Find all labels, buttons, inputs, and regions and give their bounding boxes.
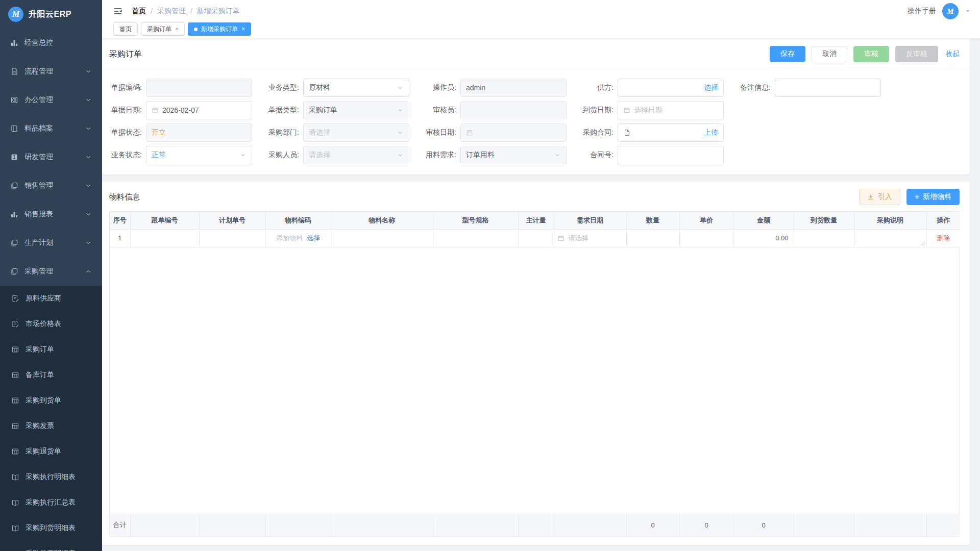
sidebar-item-production-plan[interactable]: 生产计划	[0, 229, 102, 257]
unit-cell	[518, 229, 554, 247]
demand-date-cell[interactable]: 请选择	[554, 229, 626, 247]
chart-bar-icon	[10, 210, 18, 218]
tab-label: 新增采购订单	[201, 25, 238, 34]
doc-date-input[interactable]: 2026-02-07	[146, 101, 252, 119]
sidebar-item-raw-supplier[interactable]: 原料供应商	[0, 286, 102, 311]
sidebar-item-invoice-detail-report[interactable]: 采购发票明细表	[0, 541, 102, 551]
purchase-dept-select: 请选择	[303, 123, 409, 142]
purchase-person-placeholder: 请选择	[309, 151, 393, 160]
summary-empty-cell	[130, 514, 199, 536]
price-cell[interactable]	[679, 229, 733, 247]
manual-link[interactable]: 操作手册	[908, 7, 936, 16]
purchase-person-select: 请选择	[303, 146, 409, 164]
sidebar-item-rnd-mgmt[interactable]: 研发管理	[0, 143, 102, 171]
remark-input[interactable]	[775, 79, 881, 97]
tab-purchase-order[interactable]: 采购订单 ×	[141, 22, 185, 36]
col-index: 序号	[110, 212, 130, 229]
sidebar-item-material-archive[interactable]: 料品档案	[0, 114, 102, 143]
sidebar-item-purchase-arrival[interactable]: 采购到货单	[0, 388, 102, 413]
biz-status-select[interactable]: 正常	[146, 146, 252, 164]
tab-close-icon[interactable]: ×	[175, 26, 179, 32]
import-button[interactable]: 引入	[859, 189, 900, 205]
sidebar-item-purchase-invoice[interactable]: 采购发票	[0, 413, 102, 439]
resize-handle-icon[interactable]	[920, 241, 925, 246]
contract-no-input[interactable]	[618, 146, 724, 164]
breadcrumb-current: 新增采购订单	[197, 7, 240, 16]
sidebar-item-purchase-mgmt[interactable]: 采购管理	[0, 257, 102, 286]
app-title: 升阳云ERP	[29, 9, 71, 20]
chevron-down-icon	[397, 84, 404, 91]
order-form-card: 采购订单 保存 取消 审核 反审核 收起 单据编码: 业务	[102, 39, 970, 174]
summary-empty-cell	[926, 514, 960, 536]
doc-code-label: 单据编码:	[109, 83, 146, 92]
breadcrumb-purchase-mgmt[interactable]: 采购管理	[157, 7, 186, 16]
audit-date-label: 审核日期:	[424, 128, 460, 137]
sidebar-item-process-mgmt[interactable]: 流程管理	[0, 57, 102, 86]
sidebar-item-label: 生产计划	[24, 238, 53, 247]
breadcrumb-home[interactable]: 首页	[132, 7, 146, 16]
sidebar-item-exec-summary-report[interactable]: 采购执行汇总表	[0, 490, 102, 515]
caret-down-icon[interactable]	[965, 8, 971, 14]
operator-input: admin	[460, 79, 567, 97]
delete-row-link[interactable]: 删除	[937, 234, 950, 242]
tracking-no-cell[interactable]	[130, 229, 199, 247]
add-material-button[interactable]: + 新增物料	[906, 189, 960, 205]
sidebar-item-purchase-return[interactable]: 采购退货单	[0, 439, 102, 464]
supplier-label: 供方:	[581, 83, 618, 92]
spec-cell	[433, 229, 518, 247]
material-select-link[interactable]: 选择	[307, 234, 320, 243]
supplier-input[interactable]: 选择	[618, 79, 724, 97]
arrival-date-label: 到货日期:	[581, 106, 618, 115]
sidebar-collapse-icon[interactable]	[113, 7, 122, 15]
tab-close-icon[interactable]: ×	[241, 26, 245, 32]
purchase-note-cell[interactable]	[854, 229, 926, 247]
qty-cell[interactable]	[626, 229, 679, 247]
sidebar-item-label: 办公管理	[24, 95, 53, 105]
table-grid-icon	[11, 371, 19, 379]
logo-icon: M	[8, 7, 23, 22]
materials-header: 物料信息 引入 + 新增物料	[109, 189, 960, 205]
sidebar-item-sales-mgmt[interactable]: 销售管理	[0, 171, 102, 200]
doc-pen-icon	[11, 294, 19, 303]
sidebar-item-sales-report[interactable]: 销售报表	[0, 200, 102, 229]
app-logo: M 升阳云ERP	[0, 0, 102, 29]
field-biz-status: 业务状态: 正常	[109, 146, 252, 164]
summary-empty-cell	[518, 514, 554, 536]
tab-label: 首页	[119, 25, 132, 34]
col-unit: 主计量	[518, 212, 554, 229]
chevron-down-icon	[85, 96, 92, 104]
doc-date-value: 2026-02-07	[162, 106, 247, 114]
sidebar-item-office-mgmt[interactable]: 办公管理	[0, 86, 102, 114]
sidebar-item-stock-order[interactable]: 备库订单	[0, 362, 102, 388]
calendar-icon	[557, 235, 565, 242]
biz-type-select[interactable]: 原材料	[303, 79, 409, 97]
chevron-down-icon	[397, 152, 404, 159]
sidebar-item-market-price[interactable]: 市场价格表	[0, 311, 102, 337]
submenu-item-label: 采购到货明细表	[26, 523, 76, 533]
audit-date-input	[460, 123, 567, 142]
sidebar-item-purchase-order[interactable]: 采购订单	[0, 337, 102, 362]
field-biz-type: 业务类型: 原材料	[266, 79, 409, 97]
contract-upload-link[interactable]: 上传	[704, 128, 718, 137]
summary-empty-cell	[854, 514, 926, 536]
material-name-cell	[331, 229, 433, 247]
arrival-date-input[interactable]: 选择日期	[618, 101, 724, 119]
field-doc-date: 单据日期: 2026-02-07	[109, 101, 252, 119]
sidebar-item-arrival-detail-report[interactable]: 采购到货明细表	[0, 515, 102, 541]
save-button[interactable]: 保存	[770, 46, 805, 62]
tab-new-purchase-order[interactable]: 新增采购订单 ×	[188, 22, 251, 36]
purchase-contract-input[interactable]: 上传	[618, 123, 724, 142]
tab-home[interactable]: 首页	[113, 22, 138, 36]
summary-empty-cell	[331, 514, 433, 536]
operator-label: 操作员:	[424, 83, 460, 92]
user-avatar[interactable]: M	[942, 3, 959, 19]
field-arrival-date: 到货日期: 选择日期	[581, 101, 724, 119]
sidebar-item-business-control[interactable]: 经营总控	[0, 29, 102, 57]
plan-no-cell[interactable]	[199, 229, 265, 247]
collapse-form-link[interactable]: 收起	[945, 49, 960, 59]
navbar-right: 操作手册 M	[908, 3, 971, 19]
supplier-select-link[interactable]: 选择	[704, 83, 718, 92]
cancel-button[interactable]: 取消	[812, 46, 847, 62]
sidebar-item-exec-detail-report[interactable]: 采购执行明细表	[0, 464, 102, 490]
audit-button: 审核	[853, 46, 889, 62]
